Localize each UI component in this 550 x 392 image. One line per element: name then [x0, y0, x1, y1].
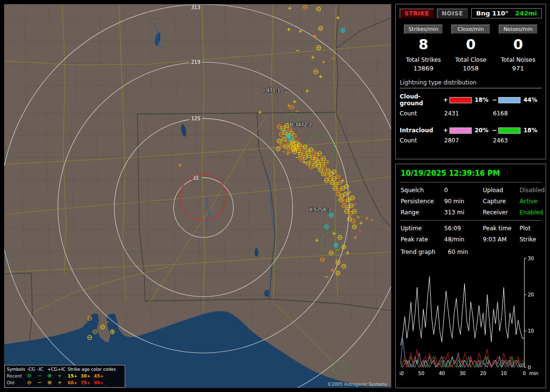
trend-x-tick-label: 10	[501, 371, 507, 376]
strikes-per-min-button[interactable]: Strikes/min	[404, 25, 443, 34]
storm-cell-marker-glyph: v	[285, 89, 288, 95]
status-grid: Squelch 0 Upload Disabled Persistence 90…	[401, 187, 542, 216]
range-value: 313 mi	[444, 209, 483, 216]
legend-strike-symbol: +	[58, 380, 68, 385]
legend-age-code: 75+	[81, 380, 90, 385]
legend-age-codes: 15+30+45+	[68, 374, 123, 378]
divider	[400, 220, 542, 221]
persistence-label: Persistence	[401, 198, 444, 205]
legend-age-code: 90+	[94, 380, 103, 385]
legend-age-code: 45+	[94, 374, 103, 378]
noises-per-min-button[interactable]: Noises/min	[499, 25, 537, 34]
legend-age-code: 30+	[81, 374, 90, 378]
total-close-value: 1058	[447, 65, 494, 72]
close-per-min-button[interactable]: Close/min	[451, 25, 490, 34]
trend-x-tick-label: 30	[460, 371, 466, 376]
trend-y-tick-label: 20	[528, 292, 534, 297]
squelch-label: Squelch	[401, 187, 444, 194]
minus-sign: −	[492, 127, 498, 134]
trend-y-tick-label: 30	[528, 256, 534, 261]
plus-sign: +	[443, 127, 449, 134]
legend-recent-row: Recent⊖−⊕+15+30+45+	[7, 373, 123, 379]
plus-sign: +	[443, 97, 449, 103]
legend-header-row: Symbols -CG -IC +CG +IC Strike age color…	[7, 366, 123, 373]
legend-age-title: Strike age color codes	[68, 367, 123, 372]
trend-graph: 01020306050403020100min	[400, 256, 542, 378]
legend-header-neg-ic: -IC	[37, 367, 47, 372]
storm-cell-label: I-471-1	[263, 88, 281, 93]
receiver-status: Enabled	[520, 209, 545, 216]
uptime-label: Uptime	[401, 225, 444, 232]
legend-age-code: 15+	[68, 374, 77, 378]
upload-status: Disabled	[520, 187, 545, 194]
range-label: Range	[401, 209, 444, 216]
ic-count-label: Count	[400, 137, 443, 144]
trend-x-tick-label: 20	[480, 371, 486, 376]
peak-rate-value: 48/min	[444, 236, 483, 243]
legend-header-neg-cg: -CG	[27, 367, 37, 372]
legend-strike-symbol: −	[37, 380, 47, 385]
panel-header-row: STRIKE NOISE Bng 110° 242mi	[400, 8, 542, 18]
trend-x-tick-label: 50	[418, 371, 424, 376]
peak-time-value: 9:03 AM	[483, 236, 520, 243]
status-box: 10/19/2025 12:39:16 PM Squelch 0 Upload …	[395, 164, 546, 388]
distribution-title: Lightning type distribution	[400, 79, 542, 88]
storm-cell-label: X-5758-3	[309, 207, 331, 212]
cg-negative-pct: 44%	[521, 97, 539, 103]
strike-button[interactable]: STRIKE	[400, 9, 434, 18]
legend-row-label: Old	[7, 380, 27, 385]
peak-time-label: Peak time	[483, 225, 520, 232]
ic-positive-count: 2807	[443, 137, 492, 144]
legend-strike-symbol: −	[37, 374, 47, 378]
legend-age-codes: 60+75+90+	[68, 380, 123, 385]
cg-positive-pct: 18%	[473, 97, 492, 103]
ic-negative-count: 2463	[492, 137, 539, 144]
bearing-distance: 242mi	[515, 10, 537, 17]
total-noises-label: Total Noises	[494, 56, 542, 63]
persistence-value: 90 min	[444, 198, 483, 205]
trend-series-strikes-per-min	[401, 277, 524, 346]
datetime-display: 10/19/2025 12:39:16 PM	[401, 169, 542, 178]
side-panel: STRIKE NOISE Bng 110° 242mi Strikes/min …	[395, 4, 546, 388]
ic-negative-pct: 18%	[521, 127, 539, 134]
total-noises-value: 971	[494, 65, 542, 72]
trend-graph-row: Trend graph 60 min	[401, 249, 542, 255]
plot-value: Strike	[520, 236, 542, 243]
cg-positive-bar	[449, 97, 472, 103]
legend-header-pos-cg: +CG	[47, 367, 58, 372]
info-grid: Uptime 56:09 Peak time Plot Peak rate 48…	[401, 225, 542, 243]
trend-y-tick-label: 0	[528, 365, 531, 370]
squelch-value: 0	[444, 187, 483, 194]
trend-x-tick-label: 60	[400, 371, 404, 376]
range-ring-label: 31	[193, 175, 199, 181]
lightning-map[interactable]: 31125219313 I-471-1vB-3472-2X-5758-3 Sym…	[4, 4, 391, 388]
peak-rate-label: Peak rate	[401, 236, 444, 243]
capture-label: Capture	[483, 198, 520, 205]
legend-age-code: 60+	[68, 380, 77, 385]
trend-x-tick-label: 40	[439, 371, 445, 376]
legend-strike-symbol: ⊖	[27, 374, 37, 378]
cg-count-label: Count	[400, 110, 443, 117]
legend-old-row: Old⊖−⊕+60+75+90+	[7, 379, 123, 386]
range-ring-label: 313	[191, 5, 200, 10]
total-strikes-value: 13869	[400, 65, 447, 72]
trend-graph-window: 60 min	[448, 249, 468, 255]
legend-strike-symbol: ⊕	[47, 380, 58, 385]
ic-positive-bar	[449, 127, 472, 134]
legend-strike-symbol: ⊕	[47, 374, 58, 378]
cg-negative-bar	[498, 97, 521, 103]
spacer	[400, 120, 539, 124]
legend-header-pos-ic: +IC	[58, 367, 68, 372]
noise-button[interactable]: NOISE	[437, 9, 468, 18]
legend-row-label: Recent	[7, 374, 27, 378]
trend-y-tick-label: 10	[528, 328, 534, 334]
strike-stats-box: STRIKE NOISE Bng 110° 242mi Strikes/min …	[395, 4, 546, 159]
range-ring-label: 125	[191, 116, 200, 121]
capture-status: Active	[520, 198, 545, 205]
strikes-per-min-value: 8	[400, 37, 447, 53]
rates-grid: Strikes/min Close/min Noises/min 8 0 0 T…	[400, 25, 542, 72]
map-legend: Symbols -CG -IC +CG +IC Strike age color…	[4, 365, 125, 388]
trend-x-unit-label: min	[529, 371, 538, 376]
distribution-table: Cloud-ground + 18% − 44% Count 2431 6168…	[400, 93, 542, 144]
close-per-min-value: 0	[447, 37, 494, 53]
